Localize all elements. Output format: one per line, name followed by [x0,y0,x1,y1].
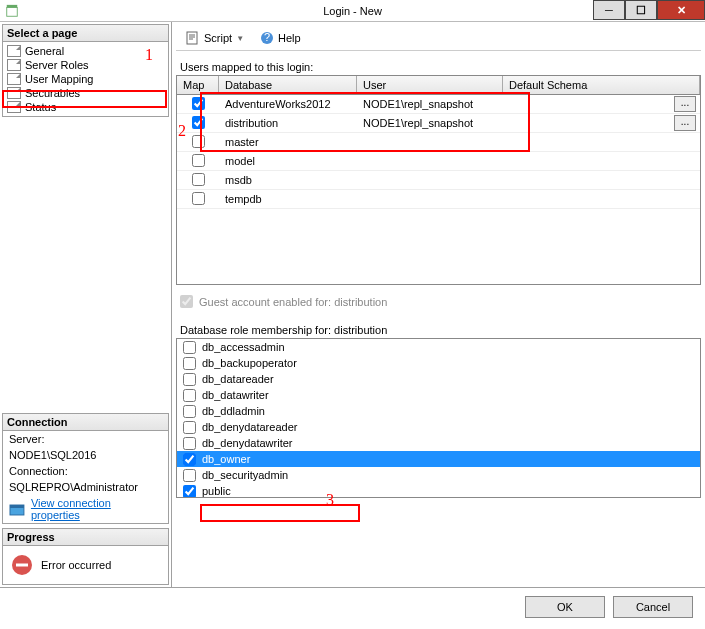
role-membership-label: Database role membership for: distributi… [180,324,701,336]
ok-button[interactable]: OK [525,596,605,618]
connection-header: Connection [3,414,168,431]
sidebar-item-status[interactable]: Status [3,100,168,114]
toolbar: Script ▼ ? Help [176,26,701,51]
role-checkbox[interactable] [183,421,196,434]
cell-user [357,198,503,200]
column-header-user[interactable]: User [357,76,503,94]
role-item-db_ddladmin[interactable]: db_ddladmin [177,403,700,419]
map-checkbox[interactable] [192,97,205,110]
svg-rect-5 [16,564,28,567]
page-icon [7,101,21,113]
role-item-db_denydatareader[interactable]: db_denydatareader [177,419,700,435]
role-checkbox[interactable] [183,341,196,354]
cell-user [357,141,503,143]
role-checkbox[interactable] [183,357,196,370]
cell-database: distribution [219,116,357,130]
column-header-database[interactable]: Database [219,76,357,94]
cell-user: NODE1\repl_snapshot [357,97,503,111]
window-title: Login - New [323,5,382,17]
annotation-1: 1 [145,46,153,64]
maximize-button[interactable]: ☐ [625,0,657,20]
select-page-header: Select a page [3,25,168,42]
server-label: Server: [3,431,168,447]
role-checkbox[interactable] [183,373,196,386]
role-item-db_securityadmin[interactable]: db_securityadmin [177,467,700,483]
cell-database: msdb [219,173,357,187]
role-checkbox[interactable] [183,453,196,466]
role-item-public[interactable]: public [177,483,700,498]
sidebar-item-general[interactable]: General [3,44,168,58]
progress-status: Error occurred [41,559,111,571]
progress-panel: Progress Error occurred [2,528,169,585]
guest-checkbox [180,295,193,308]
table-row[interactable]: tempdb... [177,190,700,209]
cell-user: NODE1\repl_snapshot [357,116,503,130]
role-item-db_datawriter[interactable]: db_datawriter [177,387,700,403]
connection-panel: Connection Server: NODE1\SQL2016 Connect… [2,413,169,524]
cell-database: master [219,135,357,149]
help-button[interactable]: ? Help [254,30,307,46]
cell-user [357,179,503,181]
annotation-3: 3 [326,491,334,509]
cell-user [357,160,503,162]
svg-rect-0 [7,7,18,16]
map-checkbox[interactable] [192,192,205,205]
sidebar-item-user-mapping[interactable]: User Mapping [3,72,168,86]
annotation-2: 2 [178,122,186,140]
page-icon [7,59,21,71]
svg-rect-1 [7,4,18,7]
role-item-db_denydatawriter[interactable]: db_denydatawriter [177,435,700,451]
dropdown-icon: ▼ [236,34,244,43]
map-checkbox[interactable] [192,116,205,129]
script-icon [186,31,200,45]
map-checkbox[interactable] [192,135,205,148]
browse-button[interactable]: ... [674,96,696,112]
table-row[interactable]: master... [177,133,700,152]
guest-account-checkbox: Guest account enabled for: distribution [180,295,701,308]
role-checkbox[interactable] [183,405,196,418]
role-checkbox[interactable] [183,469,196,482]
svg-text:?: ? [264,31,270,43]
role-checkbox[interactable] [183,389,196,402]
script-button[interactable]: Script ▼ [180,30,250,46]
browse-button[interactable]: ... [674,115,696,131]
svg-rect-3 [10,505,24,508]
page-icon [7,45,21,57]
close-button[interactable]: ✕ [657,0,705,20]
page-icon [7,87,21,99]
connection-value: SQLREPRO\Administrator [3,479,168,495]
table-row[interactable]: AdventureWorks2012NODE1\repl_snapshot... [177,95,700,114]
error-icon [11,554,33,576]
help-icon: ? [260,31,274,45]
sidebar-item-securables[interactable]: Securables [3,86,168,100]
role-item-db_backupoperator[interactable]: db_backupoperator [177,355,700,371]
role-item-db_owner[interactable]: db_owner [177,451,700,467]
role-checkbox[interactable] [183,485,196,498]
column-header-map[interactable]: Map [177,76,219,94]
progress-header: Progress [3,529,168,546]
cell-database: AdventureWorks2012 [219,97,357,111]
role-checkbox[interactable] [183,437,196,450]
role-item-db_accessadmin[interactable]: db_accessadmin [177,339,700,355]
role-item-db_datareader[interactable]: db_datareader [177,371,700,387]
select-page-panel: Select a page GeneralServer RolesUser Ma… [2,24,169,117]
map-checkbox[interactable] [192,154,205,167]
cancel-button[interactable]: Cancel [613,596,693,618]
users-mapped-grid[interactable]: Map Database User Default Schema Adventu… [176,75,701,285]
window-titlebar: Login - New ─ ☐ ✕ [0,0,705,22]
cell-database: model [219,154,357,168]
map-checkbox[interactable] [192,173,205,186]
server-value: NODE1\SQL2016 [3,447,168,463]
table-row[interactable]: distributionNODE1\repl_snapshot... [177,114,700,133]
table-row[interactable]: model... [177,152,700,171]
svg-rect-6 [187,32,197,44]
view-connection-properties-link[interactable]: View connection properties [31,497,162,521]
page-icon [7,73,21,85]
minimize-button[interactable]: ─ [593,0,625,20]
column-header-default-schema[interactable]: Default Schema [503,76,700,94]
app-icon [4,3,20,19]
sidebar-item-server-roles[interactable]: Server Roles [3,58,168,72]
dialog-footer: OK Cancel [0,587,705,625]
role-membership-list[interactable]: db_accessadmindb_backupoperatordb_datare… [176,338,701,498]
table-row[interactable]: msdb... [177,171,700,190]
